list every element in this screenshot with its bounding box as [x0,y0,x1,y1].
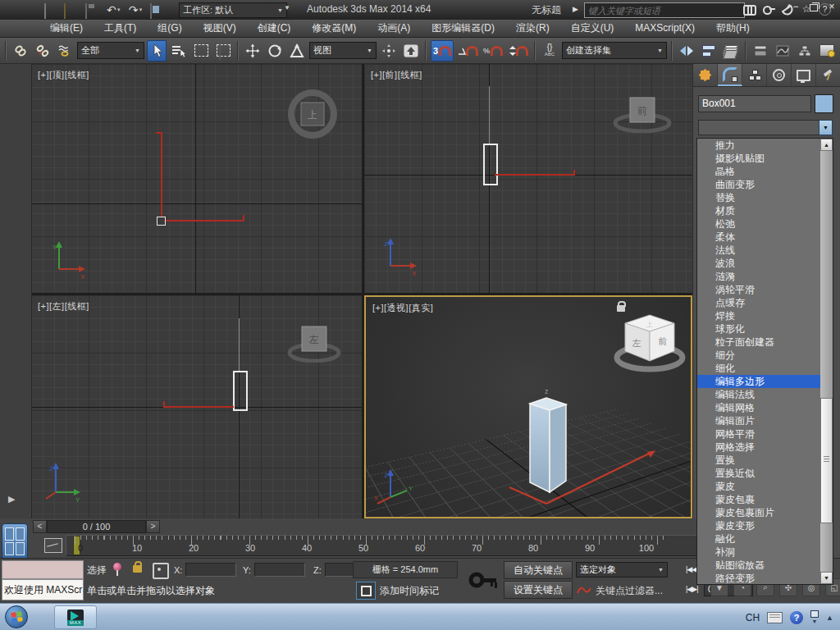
modifier-list-item[interactable]: 球形化 [697,322,820,336]
select-by-name-icon[interactable] [169,40,189,62]
set-keys-curve-icon[interactable] [576,583,592,596]
modifier-list-item[interactable]: 点缓存 [697,296,820,309]
modifier-list-item[interactable]: 融化 [697,532,820,546]
reference-coordinate-system-dropdown[interactable]: 视图▼ [309,42,377,59]
modifier-list-item[interactable]: 推力 [697,139,820,152]
select-and-move-icon[interactable] [243,40,262,62]
tab-motion[interactable] [767,64,792,86]
menu-item[interactable]: 编辑(E) [39,20,94,37]
modifier-list-item[interactable]: 蒙皮包裹面片 [697,506,820,519]
tray-window-icon[interactable]: ▼ [810,610,819,624]
viewport-perspective-label[interactable]: [+][透视][真实] [372,302,433,314]
align-icon[interactable] [699,40,719,62]
menu-item[interactable]: 创建(C) [247,20,302,37]
schematic-view-icon[interactable] [795,40,815,62]
keyboard-layout-icon[interactable] [767,612,783,623]
viewcube-front[interactable]: 前 [611,92,673,133]
modifier-list-item[interactable]: 曲面变形 [697,178,820,191]
key-filters-button[interactable]: 关键点过滤器... [596,584,663,598]
rectangular-selection-region-icon[interactable] [191,40,211,62]
modifier-list-item[interactable]: 细分 [697,349,820,362]
curve-editor-icon[interactable] [773,40,792,62]
select-and-rotate-icon[interactable] [265,40,285,62]
tab-display[interactable] [792,64,816,86]
viewport-perspective[interactable]: [+][透视][真实] 上 左 前 z [364,295,692,518]
viewcube-top[interactable]: 上 [284,85,341,143]
modifier-list-item[interactable]: 细化 [697,362,820,375]
edit-named-selection-sets-icon[interactable]: {}ABC [540,40,559,62]
menu-item[interactable]: 组(G) [147,20,192,37]
spline-vertex[interactable] [157,217,166,226]
menu-item[interactable]: 修改器(M) [301,20,367,37]
restore-button[interactable] [807,2,820,13]
modifier-list-item[interactable]: 材质 [697,204,820,217]
unlink-selection-icon[interactable] [33,40,52,62]
menu-item[interactable]: 工具(T) [94,20,147,37]
tab-create[interactable] [693,64,718,86]
workspace-dropdown[interactable]: 工作区: 默认▼ [179,2,287,18]
selection-lock-icon[interactable] [133,565,142,573]
modifier-list-item[interactable]: 法线 [697,244,820,257]
modifier-list-item[interactable]: 摄影机贴图 [697,152,820,165]
go-to-start-button[interactable]: |◀◀ [686,565,696,573]
viewcube-perspective[interactable]: 上 左 前 [612,310,687,374]
modifier-list-item[interactable]: 蒙皮包裹 [697,493,820,506]
angle-snap-toggle-icon[interactable] [456,40,479,62]
viewport-front-label[interactable]: [+][前][线框] [371,69,422,81]
key-mode-dropdown[interactable]: 选定对象▼ [576,562,668,578]
modifier-list-item[interactable]: 涡轮平滑 [697,283,820,296]
auto-key-button[interactable]: 自动关键点 [504,561,573,579]
modifier-list-item[interactable]: 置换近似 [697,467,820,480]
menu-item[interactable]: MAXScript(X) [624,20,705,37]
modifier-list-item[interactable]: 编辑法线 [697,388,820,401]
modifier-list-item[interactable]: 柔体 [697,231,820,244]
menu-item[interactable]: 帮助(H) [705,20,760,37]
scroll-thumb[interactable] [820,398,833,523]
scroll-up-arrow[interactable]: ▲ [820,139,833,151]
box-selection-outline[interactable] [233,371,248,411]
language-indicator[interactable]: CH [746,612,760,623]
render-setup-icon[interactable] [817,40,837,62]
minimize-button[interactable]: − [789,2,802,13]
tab-utilities[interactable] [816,64,840,86]
modifier-list-field[interactable] [698,120,819,135]
move-gizmo[interactable] [489,445,661,512]
key-mode-toggle-button[interactable]: |◀▶| [686,585,698,593]
graphite-ribbon-icon[interactable] [751,40,770,62]
select-and-scale-icon[interactable] [287,40,307,62]
viewport-left[interactable]: [+][左][线框] 左 Z Y [31,295,362,518]
modifier-list-item[interactable]: 网格平滑 [697,427,820,441]
maxscript-listener-input[interactable] [2,560,84,579]
start-button[interactable] [5,605,28,628]
modifier-list-item[interactable]: 路径变形 [697,572,820,584]
tray-help-icon[interactable]: ? [790,611,803,624]
subscription-key-icon[interactable] [762,2,775,16]
y-coordinate-field[interactable] [254,563,305,577]
redo-button[interactable]: ↷▼ [129,2,144,17]
next-frame-button[interactable]: > [146,520,160,533]
menu-item[interactable]: 渲染(R) [505,20,560,37]
use-pivot-point-center-icon[interactable] [379,40,399,62]
selection-filter-dropdown[interactable]: 全部▼ [77,42,144,59]
viewport-top[interactable]: [+][顶][线框] 上 Y X [31,64,362,293]
modifier-list-item[interactable]: 焊接 [697,309,820,322]
modifier-list-scrollbar[interactable]: ▲ ▼ [820,139,833,584]
object-color-swatch[interactable] [815,94,833,113]
modifier-list-item[interactable]: 晶格 [697,165,820,178]
modifier-list-item[interactable]: 松弛 [697,217,820,231]
open-mini-curve-editor-icon[interactable] [44,538,62,553]
viewport-top-label[interactable]: [+][顶][线框] [38,69,89,81]
expand-arrow-icon[interactable]: ▶ [8,494,15,504]
box-selection-outline[interactable] [483,144,498,185]
set-key-button[interactable]: 设置关键点 [504,581,573,599]
modifier-list-item[interactable]: 编辑面片 [697,414,820,427]
modifier-list-item[interactable]: 补洞 [697,546,820,559]
add-time-tag[interactable]: 添加时间标记 [380,584,439,598]
percent-snap-toggle-icon[interactable]: % [482,40,504,62]
show-hidden-icons-arrow[interactable]: ▲ [826,614,833,622]
close-button[interactable]: × [825,2,838,13]
select-and-link-icon[interactable] [11,40,30,62]
frame-display[interactable]: 0 / 100 [47,520,146,533]
track-bar-ruler[interactable]: 0102030405060708090100 [66,535,707,556]
mirror-icon[interactable] [677,40,696,62]
